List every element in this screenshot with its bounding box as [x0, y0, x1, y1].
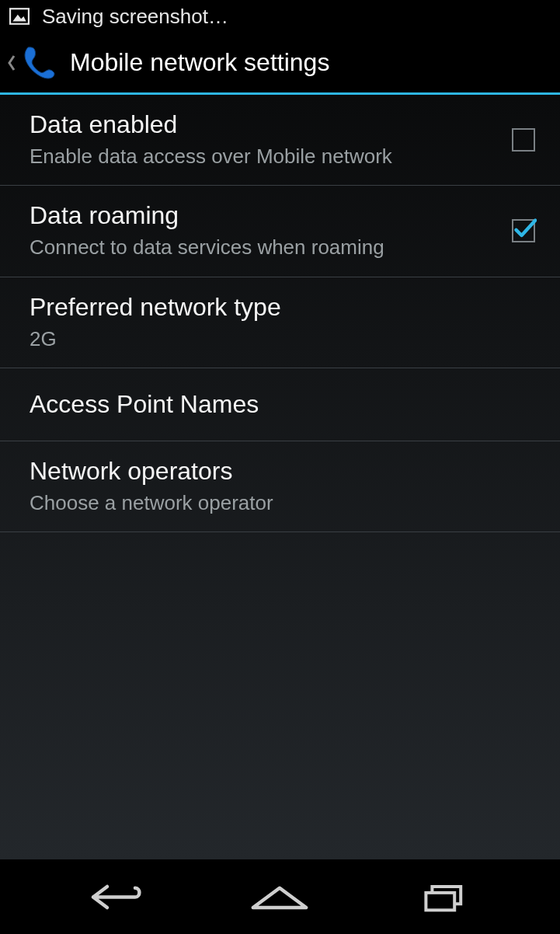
nav-back-button[interactable]	[68, 873, 161, 920]
setting-title: Access Point Names	[30, 390, 520, 419]
setting-title: Data roaming	[30, 201, 496, 230]
setting-data-enabled[interactable]: Data enabled Enable data access over Mob…	[0, 95, 560, 186]
svg-marker-1	[12, 15, 26, 22]
setting-access-point-names[interactable]: Access Point Names	[0, 368, 560, 441]
setting-title: Preferred network type	[30, 293, 520, 322]
nav-recent-button[interactable]	[399, 873, 492, 920]
checkbox-data-roaming[interactable]	[512, 219, 535, 242]
setting-title: Data enabled	[30, 110, 496, 139]
status-bar[interactable]: Saving screenshot…	[0, 0, 560, 33]
svg-rect-0	[10, 9, 29, 24]
back-caret-icon[interactable]	[5, 52, 19, 74]
setting-preferred-network-type[interactable]: Preferred network type 2G	[0, 277, 560, 368]
status-notification-text: Saving screenshot…	[42, 5, 228, 29]
checkbox-data-enabled[interactable]	[512, 128, 535, 152]
setting-network-operators[interactable]: Network operators Choose a network opera…	[0, 441, 560, 532]
settings-list: Data enabled Enable data access over Mob…	[0, 95, 560, 859]
setting-subtitle: Connect to data services when roaming	[30, 235, 496, 260]
setting-subtitle: Enable data access over Mobile network	[30, 144, 496, 169]
phone-icon	[20, 44, 59, 82]
page-title: Mobile network settings	[70, 48, 329, 77]
back-icon	[79, 880, 149, 915]
recent-apps-icon	[415, 880, 477, 915]
setting-subtitle: 2G	[30, 326, 520, 352]
image-save-icon	[9, 8, 30, 25]
svg-rect-2	[426, 892, 455, 909]
setting-subtitle: Choose a network operator	[30, 490, 520, 516]
navigation-bar	[0, 859, 560, 934]
checkmark-icon	[513, 216, 537, 242]
screen: Saving screenshot… Mobile network settin…	[0, 0, 560, 934]
action-bar[interactable]: Mobile network settings	[0, 33, 560, 95]
home-icon	[245, 880, 315, 915]
nav-home-button[interactable]	[233, 873, 326, 920]
setting-data-roaming[interactable]: Data roaming Connect to data services wh…	[0, 186, 560, 277]
setting-title: Network operators	[30, 457, 520, 486]
